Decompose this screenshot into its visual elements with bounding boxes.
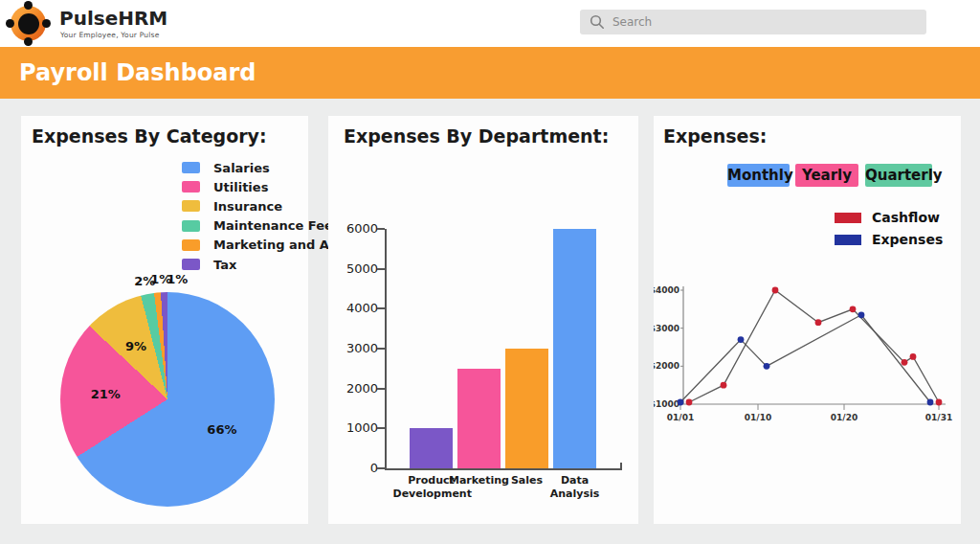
pulsehrm-logo-icon	[6, 1, 51, 46]
legend-swatch	[182, 200, 200, 212]
expenses-by-category-panel: Expenses By Category: SalariesUtilitiesI…	[21, 116, 308, 524]
legend-label: Insurance	[213, 199, 282, 214]
bar	[553, 229, 596, 468]
expenses-by-department-panel: Expenses By Department: 0100020003000400…	[328, 116, 638, 524]
pie-legend: SalariesUtilitiesInsuranceMaintenance Fe…	[182, 158, 345, 274]
legend-swatch	[182, 162, 200, 173]
data-point-expenses	[678, 399, 684, 406]
legend-label: Marketing and Ads	[213, 238, 345, 252]
data-point-cashflow	[910, 353, 917, 360]
data-point-cashflow	[902, 359, 908, 366]
expenses-line-chart: $1000$2000$3000$400001/0101/1001/2001/31	[654, 269, 961, 461]
pie-slice-label: 21%	[91, 386, 121, 400]
legend-item: Salaries	[182, 158, 345, 177]
bar	[410, 428, 453, 468]
y-axis-tick	[377, 427, 385, 429]
y-axis-tick-label: 5000	[338, 261, 378, 277]
yearly-button[interactable]: Yearly	[795, 164, 858, 187]
legend-swatch	[182, 239, 200, 251]
bar	[457, 369, 501, 468]
y-axis-tick-label: $3000	[654, 324, 679, 333]
x-axis-category-label: Data Analysis	[537, 474, 613, 501]
y-axis-tick	[377, 467, 385, 469]
y-axis-tick-label: 3000	[338, 341, 378, 356]
cashflow-legend-label: Cashflow	[872, 210, 940, 225]
data-point-expenses	[764, 363, 770, 370]
legend-label: Tax	[213, 258, 236, 272]
page-banner: Payroll Dashboard	[0, 47, 980, 99]
data-point-cashflow	[686, 399, 693, 406]
y-axis-tick-label: $4000	[654, 285, 679, 295]
y-axis-tick	[377, 268, 385, 270]
legend-swatch	[182, 220, 200, 232]
y-axis-tick	[377, 228, 385, 230]
data-point-cashflow	[936, 399, 943, 406]
y-axis-tick-label: 4000	[338, 301, 378, 316]
brand-tagline: Your Employee, Your Pulse	[60, 31, 159, 39]
expenses-panel: Expenses: Monthly Yearly Quarterly Cashf…	[654, 116, 961, 524]
y-axis-tick-label: $2000	[654, 361, 679, 371]
y-axis-tick	[377, 388, 385, 390]
pie-slice-label: 9%	[125, 339, 146, 353]
quarterly-button[interactable]: Quarterly	[865, 164, 932, 187]
y-axis-tick-label: 1000	[338, 420, 378, 436]
legend-item: Tax	[182, 255, 345, 274]
y-axis-tick-label: 0	[338, 461, 378, 476]
pie-slice-label: 1%	[167, 271, 188, 285]
legend-label: Utilities	[213, 180, 268, 194]
legend-label: Maintenance Fees	[213, 218, 341, 233]
y-axis-tick-label: 2000	[338, 381, 378, 397]
expenses-legend-label: Expenses	[872, 232, 943, 247]
legend-item: Maintenance Fees	[182, 216, 345, 236]
y-axis-line	[385, 229, 387, 470]
legend-item: Insurance	[182, 196, 345, 215]
search-icon	[590, 14, 605, 30]
bar	[505, 349, 548, 468]
data-point-expenses	[738, 336, 745, 343]
page-title: Payroll Dashboard	[19, 47, 256, 99]
legend-swatch	[182, 181, 200, 193]
y-axis-tick-label: $1000	[654, 399, 679, 409]
brand-name: PulseHRM	[59, 7, 167, 30]
search-input[interactable]	[605, 10, 926, 34]
y-axis-tick	[377, 348, 385, 350]
data-point-cashflow	[772, 287, 779, 294]
legend-swatch	[182, 259, 200, 270]
x-axis-tick-label: 01/10	[745, 413, 771, 422]
y-axis-tick-label: 6000	[338, 221, 378, 237]
cashflow-legend-item: Cashflow	[835, 211, 940, 224]
legend-label: Salaries	[213, 161, 270, 175]
cashflow-swatch	[835, 213, 861, 223]
data-point-cashflow	[815, 319, 822, 326]
y-axis-tick	[377, 307, 385, 309]
pie-slice-label: 66%	[207, 422, 236, 437]
x-axis-tick-label: 01/20	[831, 413, 858, 422]
legend-item: Marketing and Ads	[182, 236, 345, 255]
payroll-dashboard-app: PulseHRM Your Employee, Your Pulse Payro…	[0, 0, 980, 544]
data-point-cashflow	[850, 306, 857, 312]
x-axis-line	[385, 468, 622, 470]
category-panel-title: Expenses By Category:	[32, 125, 267, 147]
x-axis-tick-label: 01/31	[925, 413, 952, 422]
monthly-button[interactable]: Monthly	[727, 164, 790, 187]
department-bar-chart: 0100020003000400050006000Product Develop…	[328, 116, 638, 524]
search-box[interactable]	[580, 10, 926, 34]
legend-item: Utilities	[182, 177, 345, 196]
top-header: PulseHRM Your Employee, Your Pulse	[0, 0, 980, 47]
logo-core	[18, 13, 39, 34]
data-point-expenses	[927, 399, 934, 406]
data-point-cashflow	[721, 382, 727, 389]
x-axis-tick-label: 01/01	[667, 413, 694, 422]
expenses-swatch	[835, 235, 861, 245]
expenses-legend-item: Expenses	[835, 233, 943, 246]
x-axis-end-tick	[620, 463, 622, 468]
series-line-expenses	[680, 315, 930, 402]
expenses-panel-title: Expenses:	[663, 125, 767, 147]
data-point-expenses	[858, 311, 865, 318]
